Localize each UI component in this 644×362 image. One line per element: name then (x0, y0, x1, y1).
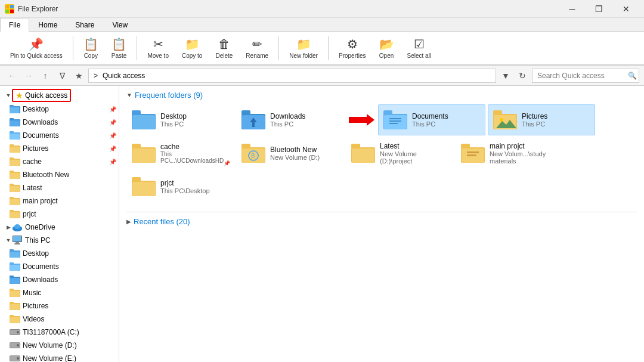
sidebar-label: Pictures (23, 302, 48, 310)
sidebar-item-videos[interactable]: Videos (0, 313, 119, 326)
maximize-button[interactable]: ❐ (586, 0, 612, 18)
sidebar-label: Documents (23, 131, 59, 140)
sidebar-item-downloads-qa[interactable]: Downloads 📌 (0, 116, 119, 129)
sidebar-label: Desktop (23, 105, 49, 113)
favorite-button[interactable]: ★ (72, 69, 86, 83)
pin-to-quick-access-button[interactable]: 📌 Pin to Quick access (5, 34, 68, 62)
forward-button[interactable]: → (21, 69, 36, 83)
ribbon-separator (73, 36, 73, 60)
back-button[interactable]: ← (5, 69, 19, 83)
sidebar-item-onedrive[interactable]: ▶ OneDrive (0, 221, 119, 234)
tab-view[interactable]: View (103, 18, 137, 32)
move-icon: ✂ (153, 37, 163, 51)
recent-locations-button[interactable]: ∇ (55, 69, 69, 83)
properties-button[interactable]: ⚙ Properties (333, 34, 371, 62)
paste-button[interactable]: 📋 Paste (106, 34, 132, 62)
sidebar-item-drive-e[interactable]: New Volume (E:) (0, 352, 119, 362)
tab-share[interactable]: Share (66, 18, 103, 32)
sidebar-item-pictures-qa[interactable]: Pictures 📌 (0, 142, 119, 155)
ribbon-content: 📌 Pin to Quick access 📋 Copy 📋 Paste ✂ M… (0, 32, 644, 65)
sidebar-label: OneDrive (25, 223, 55, 231)
folder-icon (10, 130, 20, 141)
path-current: Quick access (103, 72, 145, 80)
new-folder-button[interactable]: 📁 New folder (284, 34, 323, 62)
sidebar-item-latest[interactable]: Latest (0, 181, 119, 194)
sidebar-item-documents-qa[interactable]: Documents 📌 (0, 129, 119, 142)
folder-tile-info: main projct New Volum...\study materials (490, 142, 558, 165)
svg-rect-53 (10, 302, 14, 304)
svg-rect-46 (10, 278, 20, 284)
svg-rect-37 (16, 242, 19, 243)
svg-rect-50 (10, 289, 14, 291)
folder-tile-bluetooth-new[interactable]: B Bluetooth New New Volume (D:) (236, 138, 343, 169)
refresh-button[interactable]: ↻ (515, 69, 530, 83)
folder-tile-main-projct[interactable]: main projct New Volum...\study materials (456, 138, 563, 169)
quick-access-box[interactable]: ★ Quick access (12, 89, 71, 102)
folder-icon (10, 196, 20, 206)
sidebar-item-quick-access[interactable]: ▼ ★ Quick access (0, 88, 119, 103)
sidebar-item-this-pc[interactable]: ▼ This PC (0, 234, 119, 247)
folder-tile-prjct[interactable]: prjct This PC\Desktop (126, 171, 234, 202)
sidebar-item-main-projct[interactable]: main projct (0, 194, 119, 208)
sidebar-label: prjct (23, 210, 36, 218)
minimize-button[interactable]: ─ (559, 0, 586, 18)
svg-rect-24 (10, 184, 14, 186)
folder-tile-cache[interactable]: cache This PC\...\UCDownloadsHD 📌 (126, 138, 234, 169)
close-button[interactable]: ✕ (612, 0, 639, 18)
tab-home[interactable]: Home (29, 18, 66, 32)
sidebar-label: New Volume (E:) (23, 354, 76, 362)
folder-sub: This PC\Desktop (160, 187, 210, 194)
drive-icon (10, 340, 20, 351)
sidebar-item-desktop-pc[interactable]: Desktop (0, 247, 119, 260)
svg-rect-91 (132, 148, 155, 163)
svg-rect-107 (132, 182, 155, 196)
delete-button[interactable]: 🗑 Delete (210, 35, 238, 62)
sidebar-item-downloads-pc[interactable]: Downloads (0, 273, 119, 286)
sidebar-item-drive-d[interactable]: New Volume (D:) (0, 339, 119, 352)
folder-tile-pictures[interactable]: Pictures This PC (488, 104, 595, 135)
search-input[interactable] (532, 69, 639, 83)
folder-icon (10, 261, 20, 272)
sidebar-item-cache-qa[interactable]: cache 📌 (0, 155, 119, 168)
ribbon-tabs: File Home Share View (0, 18, 644, 32)
folder-tile-documents[interactable]: Documents This PC (378, 104, 485, 135)
move-to-button[interactable]: ✂ Move to (142, 34, 174, 62)
copy-button[interactable]: 📋 Copy (78, 34, 104, 62)
select-all-button[interactable]: ☑ Select all (402, 34, 437, 62)
folder-sub: New Volum...\study materials (490, 150, 558, 165)
sidebar-item-prjct[interactable]: prjct (0, 208, 119, 221)
svg-rect-81 (383, 110, 392, 115)
up-button[interactable]: ↑ (38, 69, 52, 83)
svg-point-34 (14, 224, 20, 229)
sidebar-item-pictures-pc[interactable]: Pictures (0, 299, 119, 313)
folder-sub: This PC\...\UCDownloadsHD (160, 151, 228, 164)
sidebar-label: New Volume (D:) (23, 341, 77, 349)
svg-rect-105 (467, 154, 476, 156)
frequent-folders-header[interactable]: ▼ Frequent folders (9) (126, 91, 637, 100)
svg-rect-65 (17, 357, 19, 360)
path-dropdown-button[interactable]: ▼ (499, 69, 513, 83)
folder-icon (383, 108, 407, 132)
open-button[interactable]: 📂 Open (374, 34, 400, 62)
address-path[interactable]: > Quick access (88, 69, 496, 83)
tab-file[interactable]: File (0, 18, 29, 32)
sidebar-item-documents-pc[interactable]: Documents (0, 260, 119, 273)
sidebar-item-bluetooth-new[interactable]: Bluetooth New (0, 168, 119, 181)
pin-icon: 📌 (29, 37, 44, 51)
sidebar-item-drive-c[interactable]: TI31187000A (C:) (0, 326, 119, 339)
svg-rect-108 (132, 177, 141, 182)
svg-rect-62 (17, 344, 19, 346)
sidebar-item-music[interactable]: Music (0, 286, 119, 299)
folder-icon (10, 274, 20, 285)
svg-rect-92 (132, 144, 141, 148)
sidebar-label: Music (23, 289, 41, 297)
copy-to-button[interactable]: 📁 Copy to (177, 34, 208, 62)
folder-tile-desktop[interactable]: Desktop This PC (126, 104, 234, 135)
sidebar-item-desktop-qa[interactable]: Desktop 📌 (0, 103, 119, 116)
recent-files-header[interactable]: ▶ Recent files (20) (126, 217, 637, 226)
rename-button[interactable]: ✏ Rename (240, 34, 274, 62)
folder-tile-downloads[interactable]: Downloads This PC (236, 104, 343, 135)
folder-tile-info: cache This PC\...\UCDownloadsHD 📌 (160, 143, 228, 164)
folder-tile-latest[interactable]: Latest New Volume (D:)\project (346, 138, 453, 169)
search-button[interactable]: 🔍 (628, 72, 637, 80)
